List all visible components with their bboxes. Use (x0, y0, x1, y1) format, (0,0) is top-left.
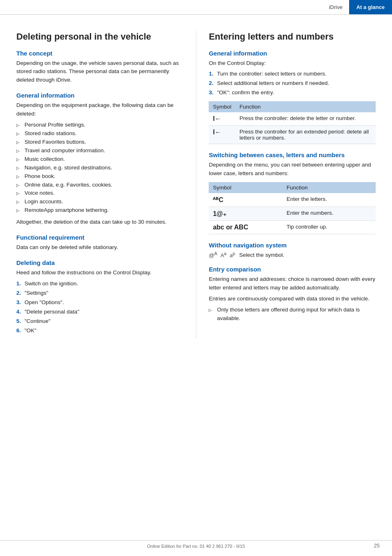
general-info-intro: Depending on the equipment package, the … (16, 101, 184, 118)
list-item: Only those letters are offered during in… (209, 306, 376, 323)
right-general-steps: 1.Turn the controller: select letters or… (209, 70, 376, 97)
list-item: 6."OK" (16, 327, 184, 335)
list-item: Travel and computer information. (16, 147, 184, 155)
content-wrapper: Deleting personal in the vehicle The con… (0, 15, 392, 355)
general-info-list: Personal Profile settings. Stored radio … (16, 121, 184, 215)
deleting-data-heading: Deleting data (16, 259, 184, 266)
entry-comparison-list: Only those letters are offered during in… (209, 306, 376, 323)
right-column: Entering letters and numbers General inf… (196, 31, 376, 338)
general-info-heading-left: General information (16, 92, 184, 99)
table-row: ᴬᴮC Enter the letters. (209, 193, 376, 207)
list-item: 5."Continue" (16, 317, 184, 326)
entry-comparison-heading: Entry comparison (209, 266, 376, 273)
header-bar: iDrive At a glance (0, 0, 392, 15)
list-item: Voice notes. (16, 189, 184, 198)
without-nav-heading: Without navigation system (209, 242, 376, 249)
symbol-numbers: 1@₊ (213, 210, 226, 217)
entry-comparison-text2: Entries are continuously compared with d… (209, 295, 376, 303)
sym-1: @A (209, 251, 217, 258)
general-info-footer: Altogether, the deletion of the data can… (16, 218, 184, 227)
without-nav-text: Select the symbol. (239, 252, 284, 258)
symbol-delete-2: I← (213, 129, 221, 136)
list-item: 4."Delete personal data" (16, 308, 184, 316)
list-item: 1.Turn the controller: select letters or… (209, 70, 376, 78)
functional-req-text: Data can only be deleted while stationar… (16, 243, 184, 252)
table-row: I← Press the controller: delete the lett… (209, 112, 376, 126)
concept-text: Depending on the usage, the vehicle save… (16, 59, 184, 85)
table-cell: Tip controller up. (283, 221, 376, 234)
table-cell: Press the controller for an extended per… (235, 126, 376, 144)
list-item: Personal Profile settings. (16, 121, 184, 129)
symbol-table-2: Symbol Function ᴬᴮC Enter the letters. 1… (209, 182, 376, 234)
page-number: 25 (374, 543, 380, 549)
deleting-steps-list: 1.Switch on the ignition. 2."Settings" 3… (16, 280, 184, 335)
switching-intro: Depending on the menu, you can reel betw… (209, 161, 376, 178)
deleting-data-intro: Heed and follow the instructions on the … (16, 269, 184, 277)
table-col1: Symbol (209, 101, 235, 112)
list-item: 2."Settings" (16, 289, 184, 298)
left-main-title: Deleting personal in the vehicle (16, 31, 184, 42)
list-item: RemoteApp smartphone tethering. (16, 206, 184, 215)
table-row: I← Press the controller for an extended … (209, 126, 376, 144)
list-item: Online data, e.g. Favorites, cookies. (16, 181, 184, 189)
footer-text: Online Edition for Part no. 01 40 2 961 … (147, 544, 245, 549)
without-nav-chars: @A Aa ap (209, 251, 235, 258)
symbol-delete-1: I← (213, 115, 221, 122)
symbol-table-1: Symbol Function I← Press the controller:… (209, 101, 376, 144)
list-item: Stored Favorites buttons. (16, 138, 184, 147)
list-item: 3.Open "Options". (16, 298, 184, 307)
table-col2: Function (283, 182, 376, 193)
list-item: Music collection. (16, 155, 184, 164)
list-item: 1.Switch on the ignition. (16, 280, 184, 288)
list-item: 3."OK": confirm the entry. (209, 89, 376, 97)
functional-req-heading: Functional requirement (16, 234, 184, 241)
table-col1: Symbol (209, 182, 282, 193)
list-item: 2.Select additional letters or numbers i… (209, 79, 376, 88)
table-cell: Enter the letters. (283, 193, 376, 207)
list-item: Stored radio stations. (16, 129, 184, 138)
idrive-label: iDrive (322, 4, 349, 10)
table-row: abc or ABC Tip controller up. (209, 221, 376, 234)
entry-comparison-text1: Entering names and addresses: choice is … (209, 275, 376, 292)
symbol-abc-ABC: abc or ABC (213, 224, 248, 231)
sym-2: Aa (220, 251, 227, 258)
list-item: Phone book. (16, 172, 184, 181)
table-cell: Enter the numbers. (283, 207, 376, 221)
switching-heading: Switching between cases, letters and num… (209, 151, 376, 158)
at-a-glance-tab[interactable]: At a glance (349, 0, 392, 14)
footer: Online Edition for Part no. 01 40 2 961 … (0, 540, 392, 549)
list-item: Navigation, e.g. stored destinations. (16, 164, 184, 172)
concept-heading: The concept (16, 50, 184, 57)
table-cell: Press the controller: delete the letter … (235, 112, 376, 126)
left-column: Deleting personal in the vehicle The con… (16, 31, 196, 338)
right-general-info-intro: On the Control Display: (209, 59, 376, 68)
without-nav-section: @A Aa ap Select the symbol. (209, 251, 376, 258)
symbol-letters: ᴬᴮC (213, 196, 223, 203)
table-col2: Function (235, 101, 376, 112)
list-item: Login accounts. (16, 198, 184, 206)
right-main-title: Entering letters and numbers (209, 31, 376, 42)
table-row: 1@₊ Enter the numbers. (209, 207, 376, 221)
without-nav-symbols: @A Aa ap Select the symbol. (209, 251, 376, 258)
right-general-info-heading: General information (209, 50, 376, 57)
sym-3: ap (230, 251, 235, 258)
